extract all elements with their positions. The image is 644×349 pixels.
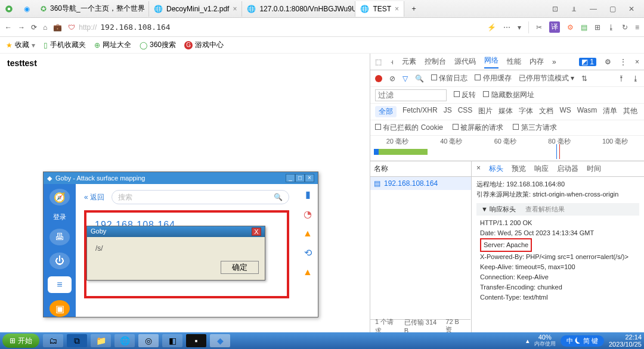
type-css[interactable]: CSS xyxy=(458,106,473,117)
kebab-icon[interactable]: ⋮ xyxy=(620,58,627,66)
task-app[interactable]: ◧ xyxy=(162,334,182,347)
wifi-icon[interactable]: ⇅ xyxy=(581,74,587,83)
apps-icon[interactable]: ⊞ xyxy=(595,23,600,32)
puzzle-icon[interactable]: ⚙ xyxy=(567,23,574,32)
task-ie[interactable]: 🌐 xyxy=(114,334,135,347)
menu-button[interactable]: ≡ xyxy=(635,23,639,32)
preserve-log-checkbox[interactable]: 保留日志 xyxy=(431,73,467,83)
close-icon[interactable]: × xyxy=(305,174,314,182)
close-icon[interactable]: × xyxy=(395,5,399,13)
tab-response[interactable]: 响应 xyxy=(534,164,549,174)
bookmark-icon[interactable]: ▮ xyxy=(305,189,311,200)
system-clock[interactable]: 22:14 2023/10/25 xyxy=(609,334,642,348)
close-icon[interactable]: X xyxy=(252,228,261,236)
compass-icon[interactable]: 🧭 xyxy=(49,189,70,205)
tab-network[interactable]: 网络 xyxy=(484,55,499,68)
task-goby[interactable]: ◆ xyxy=(210,334,230,347)
maximize-icon[interactable]: □ xyxy=(295,174,305,182)
inspect-icon[interactable]: ⬚ xyxy=(375,58,382,66)
printer-icon[interactable]: 🖶 xyxy=(49,229,70,245)
back-link[interactable]: « 返回 xyxy=(84,192,104,202)
throttle-dropdown[interactable]: 已停用节流模式 ▾ xyxy=(519,73,574,83)
tab-performance[interactable]: 性能 xyxy=(507,57,521,67)
disable-cache-checkbox[interactable]: 停用缓存 xyxy=(475,73,511,83)
task-folder[interactable]: 📁 xyxy=(91,334,111,347)
issues-badge[interactable]: ◩ 1 xyxy=(579,58,596,66)
home-button[interactable]: ⌂ xyxy=(43,23,47,32)
reload-button[interactable]: ⟳ xyxy=(31,23,37,32)
more-icon[interactable]: ⋯ xyxy=(503,23,510,32)
search-icon[interactable]: 🔍 xyxy=(415,74,424,83)
type-font[interactable]: 字体 xyxy=(519,106,533,117)
tab-memory[interactable]: 内存 xyxy=(530,57,544,67)
hide-data-checkbox[interactable]: 隐藏数据网址 xyxy=(483,90,534,100)
type-media[interactable]: 媒体 xyxy=(499,106,513,117)
gear-icon[interactable]: ⚙ xyxy=(605,58,611,66)
type-ws[interactable]: WS xyxy=(559,106,571,117)
tab-360nav[interactable]: ✪360导航_一个主页，整个世界× xyxy=(36,1,149,17)
tab-console[interactable]: 控制台 xyxy=(425,57,446,67)
response-headers-label[interactable]: 响应标头 xyxy=(490,205,516,213)
network-timeline[interactable]: 20 毫秒40 毫秒60 毫秒80 毫秒100 毫秒 xyxy=(370,136,644,161)
type-img[interactable]: 图片 xyxy=(478,106,493,117)
type-wasm[interactable]: Wasm xyxy=(577,106,597,117)
task-powershell[interactable]: ⧉ xyxy=(67,334,87,347)
bookmark-sites[interactable]: ⊕网址大全 xyxy=(94,40,131,50)
invert-checkbox[interactable]: 反转 xyxy=(454,90,476,100)
task-explorer[interactable]: 🗂 xyxy=(43,334,63,347)
power-icon[interactable]: ⏻ xyxy=(49,253,70,269)
goby-titlebar[interactable]: ◆ Goby - Attack surface mapping _ □ × xyxy=(44,172,318,184)
name-column-header[interactable]: 名称 xyxy=(370,161,471,177)
tab-headers[interactable]: 标头 xyxy=(489,164,503,174)
back-button[interactable]: ← xyxy=(5,23,12,32)
task-360[interactable]: ◎ xyxy=(138,334,159,347)
pin-icon[interactable]: ⫫ xyxy=(570,5,578,13)
restore-icon[interactable]: ↻ xyxy=(622,23,628,32)
maximize-icon[interactable]: ▢ xyxy=(608,5,617,13)
tab-decoymini[interactable]: 🌐DecoyMini_v1.2.pdf× xyxy=(149,1,242,17)
minimize-icon[interactable]: _ xyxy=(286,174,295,182)
briefcase-icon[interactable]: 💼 xyxy=(53,23,62,32)
list-icon[interactable]: ≡ xyxy=(48,276,72,293)
type-doc[interactable]: 文档 xyxy=(539,106,553,117)
type-other[interactable]: 其他 xyxy=(623,106,637,117)
tab-sources[interactable]: 源代码 xyxy=(454,57,476,67)
search-icon[interactable]: 🔍 xyxy=(274,193,283,201)
device-icon[interactable]: ⫞ xyxy=(390,58,394,66)
filter-input[interactable] xyxy=(375,89,447,101)
filter-icon[interactable]: ▽ xyxy=(402,74,408,83)
tray-chevron-icon[interactable]: ▴ xyxy=(526,337,530,345)
upload-icon[interactable]: ⭱ xyxy=(618,74,625,83)
type-manifest[interactable]: 清单 xyxy=(603,106,617,117)
clear-icon[interactable]: ⊘ xyxy=(389,74,395,83)
warning-icon[interactable]: ▲ xyxy=(303,267,312,278)
ok-button[interactable]: 确定 xyxy=(221,261,259,274)
blocked-cookie-checkbox[interactable]: 有已拦截的 Cookie xyxy=(375,123,443,133)
bookmark-games[interactable]: G游戏中心 xyxy=(184,40,224,50)
download-icon[interactable]: ⭳ xyxy=(632,74,639,83)
start-button[interactable]: ⊞开始 xyxy=(2,334,39,348)
close-icon[interactable]: × xyxy=(233,5,237,13)
download-icon[interactable]: ⭳ xyxy=(608,23,615,32)
home-icon[interactable]: ◉ xyxy=(18,5,36,13)
thirdparty-checkbox[interactable]: 第三方请求 xyxy=(513,123,556,133)
translate-icon[interactable]: 译 xyxy=(549,21,560,33)
ime-indicator[interactable]: 中 ⏾ 简 键 xyxy=(561,335,604,347)
forward-button[interactable]: → xyxy=(18,23,25,32)
tab-timing[interactable]: 时间 xyxy=(587,164,601,174)
tab-elements[interactable]: 元素 xyxy=(402,57,416,67)
tab-localhost[interactable]: 🌐127.0.0.1:8080/VnHBGJWu9Uh× xyxy=(242,1,355,17)
clock-icon[interactable]: ◔ xyxy=(304,208,312,220)
url-input[interactable] xyxy=(100,23,481,32)
bookmark-mobile[interactable]: ▯手机收藏夹 xyxy=(44,40,86,50)
new-tab-button[interactable]: ＋ xyxy=(404,4,423,14)
type-all[interactable]: 全部 xyxy=(375,106,397,117)
tab-test[interactable]: 🌐TEST× xyxy=(355,1,404,17)
type-fetch[interactable]: Fetch/XHR xyxy=(402,106,438,117)
minimize-icon[interactable]: — xyxy=(589,5,597,13)
close-icon[interactable]: × xyxy=(635,58,639,66)
type-js[interactable]: JS xyxy=(444,106,452,117)
close-detail-icon[interactable]: × xyxy=(476,164,481,174)
flash-icon[interactable]: ⚡ xyxy=(487,23,496,32)
goby-search-input[interactable]: 搜索 🔍 xyxy=(112,190,289,204)
